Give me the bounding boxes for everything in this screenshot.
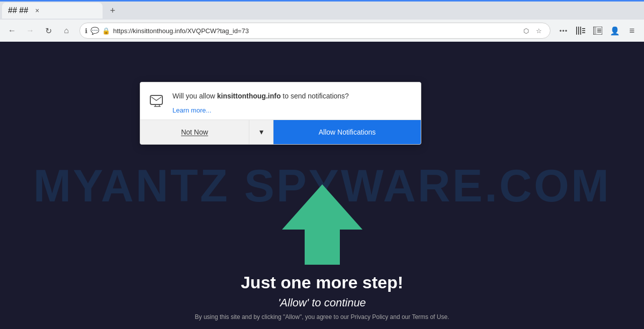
popup-buttons: Not Now ▾ Allow Notifications — [140, 120, 421, 144]
forward-button[interactable]: → — [22, 23, 38, 39]
svg-rect-11 — [150, 95, 162, 104]
not-now-button[interactable]: Not Now — [140, 120, 249, 144]
tab-close-button[interactable]: × — [32, 6, 42, 16]
page-fine-print: By using this site and by clicking "Allo… — [195, 313, 449, 320]
info-icon: ℹ — [85, 27, 87, 35]
pocket-button[interactable]: ⬡ — [520, 25, 532, 37]
svg-rect-0 — [576, 27, 577, 35]
bookmark-button[interactable]: ☆ — [533, 25, 545, 37]
address-bar[interactable]: ℹ 💬 🔒 https://kinsittonthoug.info/XVQPCW… — [79, 23, 550, 39]
page-title: Just one more step! — [241, 273, 403, 292]
chat-icon: 💬 — [90, 27, 99, 35]
url-display: https://kinsittonthoug.info/XVQPCW?tag_i… — [113, 27, 517, 35]
svg-rect-3 — [582, 28, 585, 29]
arrow-up-icon — [280, 179, 365, 270]
page-content: Just one more step! 'Allow' to continue … — [0, 179, 644, 329]
avatar-button[interactable]: 👤 — [607, 23, 623, 39]
sidebar-button[interactable] — [590, 23, 606, 39]
reload-button[interactable]: ↻ — [40, 23, 56, 39]
home-button[interactable]: ⌂ — [58, 23, 74, 39]
sidebar-icon — [593, 27, 602, 35]
library-button[interactable] — [573, 23, 589, 39]
lock-icon: 🔒 — [102, 27, 110, 35]
popup-notification-icon — [149, 92, 165, 112]
svg-rect-9 — [597, 30, 601, 31]
svg-rect-4 — [582, 30, 585, 31]
tab-bar: ## ## × + — [0, 2, 644, 20]
notification-popup: Will you allow kinsittonthoug.info to se… — [140, 82, 421, 145]
menu-button[interactable]: ≡ — [624, 23, 640, 39]
dropdown-button[interactable]: ▾ — [249, 120, 273, 144]
address-actions: ⬡ ☆ — [520, 25, 545, 37]
toolbar-right: ••• 👤 ≡ — [556, 23, 640, 39]
toolbar: ← → ↻ ⌂ ℹ 💬 🔒 https://kinsittonthoug.inf… — [0, 20, 644, 42]
web-content: MYANTZ SPYWARE.COM Will you allow kinsit… — [0, 42, 644, 329]
back-button[interactable]: ← — [4, 23, 20, 39]
popup-body: Will you allow kinsittonthoug.info to se… — [140, 82, 421, 120]
tab-title: ## ## — [8, 6, 28, 15]
popup-domain: kinsittonthoug.info — [217, 92, 281, 100]
popup-question: Will you allow kinsittonthoug.info to se… — [172, 91, 412, 101]
library-icon — [576, 27, 585, 35]
active-tab[interactable]: ## ## × — [2, 3, 103, 19]
svg-rect-1 — [578, 27, 579, 35]
page-subtitle: 'Allow' to continue — [278, 296, 366, 309]
svg-marker-12 — [282, 184, 362, 265]
svg-rect-10 — [597, 32, 601, 33]
new-tab-button[interactable]: + — [105, 3, 121, 19]
svg-rect-5 — [582, 32, 585, 33]
allow-notifications-button[interactable]: Allow Notifications — [273, 120, 421, 144]
svg-rect-8 — [597, 29, 601, 30]
more-button[interactable]: ••• — [556, 23, 572, 39]
svg-rect-2 — [580, 27, 581, 35]
learn-more-link[interactable]: Learn more... — [172, 106, 211, 114]
svg-rect-7 — [593, 27, 596, 35]
popup-text-area: Will you allow kinsittonthoug.info to se… — [172, 91, 412, 115]
